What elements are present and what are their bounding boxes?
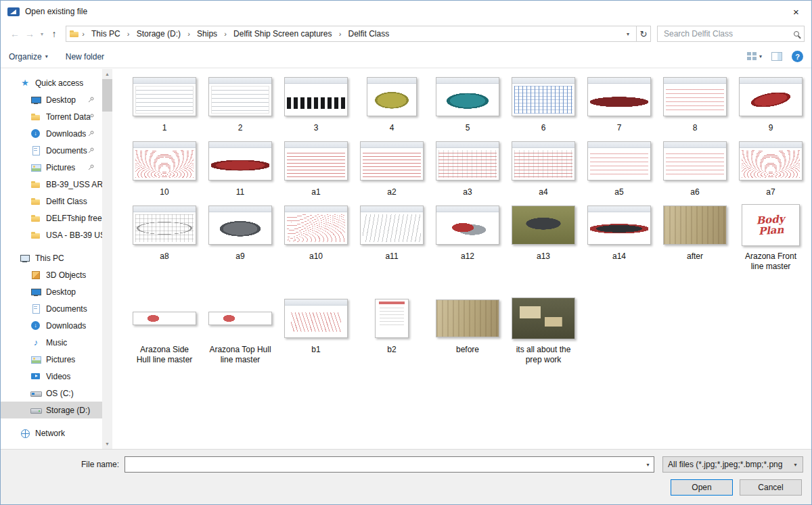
sidebar-section[interactable]: This PC: [1, 249, 102, 266]
file-thumbnail[interactable]: [587, 77, 651, 116]
sidebar-section[interactable]: Network: [1, 425, 102, 441]
sidebar-item[interactable]: ↓Downloads: [1, 317, 102, 334]
sidebar-item[interactable]: 3D Objects: [1, 266, 102, 283]
breadcrumb-item[interactable]: Delfit Class: [343, 26, 394, 41]
sidebar-item[interactable]: OS (C:): [1, 385, 102, 402]
cancel-button[interactable]: Cancel: [740, 479, 802, 496]
file-thumbnail[interactable]: [133, 141, 196, 181]
file-thumbnail[interactable]: [208, 206, 272, 245]
file-thumbnail[interactable]: [436, 77, 499, 116]
file-item[interactable]: 1: [127, 74, 202, 133]
chevron-down-icon[interactable]: ▾: [642, 462, 654, 468]
file-thumbnail[interactable]: [587, 141, 651, 181]
file-item[interactable]: a8: [127, 203, 202, 272]
file-name-input[interactable]: [125, 460, 642, 469]
file-item[interactable]: 7: [581, 74, 657, 133]
file-thumbnail[interactable]: [208, 312, 272, 325]
search-box[interactable]: [657, 26, 805, 42]
breadcrumb-item[interactable]: Storage (D:): [132, 26, 185, 41]
file-thumbnail[interactable]: [208, 77, 272, 116]
file-item[interactable]: its all about the prep work: [505, 296, 581, 365]
file-item[interactable]: before: [430, 296, 505, 365]
file-thumbnail[interactable]: [133, 206, 196, 245]
file-item[interactable]: Arazona Side Hull line master: [127, 296, 202, 365]
file-thumbnail[interactable]: [436, 206, 499, 245]
file-thumbnail[interactable]: [208, 141, 272, 181]
scroll-down-icon[interactable]: ▼: [102, 439, 112, 449]
file-item[interactable]: a12: [430, 203, 505, 272]
file-item[interactable]: a13: [505, 203, 581, 272]
address-dropdown-icon[interactable]: ▾: [623, 31, 633, 37]
scrollbar-thumb[interactable]: [102, 79, 112, 112]
file-thumbnail[interactable]: [663, 77, 727, 116]
file-thumbnail[interactable]: [436, 299, 499, 337]
file-thumbnail[interactable]: [436, 141, 499, 181]
file-thumbnail[interactable]: [512, 297, 575, 339]
file-item[interactable]: a3: [430, 139, 505, 197]
file-item[interactable]: a4: [505, 139, 581, 197]
up-button[interactable]: ↑: [47, 26, 62, 42]
file-item[interactable]: b1: [278, 296, 354, 365]
sidebar-item[interactable]: Storage (D:): [1, 402, 102, 418]
file-thumbnail[interactable]: [739, 77, 803, 116]
file-thumbnail[interactable]: [133, 77, 196, 116]
file-name-combobox[interactable]: ▾: [125, 456, 654, 473]
file-item[interactable]: 5: [430, 74, 505, 133]
file-thumbnail[interactable]: [284, 206, 348, 245]
sidebar-item[interactable]: Desktop: [1, 91, 102, 108]
file-item[interactable]: 2: [202, 74, 278, 133]
file-thumbnail[interactable]: [663, 206, 727, 245]
file-item[interactable]: a10: [278, 203, 354, 272]
file-item[interactable]: 11: [202, 139, 278, 197]
file-thumbnail[interactable]: [360, 141, 424, 181]
sidebar-item[interactable]: ↓Downloads: [1, 125, 102, 142]
file-thumbnail[interactable]: [739, 141, 803, 181]
file-item[interactable]: Body PlanArazona Front line master: [733, 203, 809, 272]
refresh-button[interactable]: ↻: [636, 26, 651, 42]
file-item[interactable]: 3: [278, 74, 354, 133]
breadcrumb-item[interactable]: Delfit Ship Screen captures: [229, 26, 336, 41]
file-item[interactable]: b2: [354, 296, 430, 365]
sidebar-item[interactable]: Documents: [1, 142, 102, 159]
file-thumbnail[interactable]: [284, 141, 348, 181]
file-thumbnail[interactable]: [512, 141, 575, 181]
file-item[interactable]: 6: [505, 74, 581, 133]
file-item[interactable]: a9: [202, 203, 278, 272]
file-thumbnail[interactable]: [587, 206, 651, 245]
back-button[interactable]: ←: [7, 26, 22, 42]
file-item[interactable]: after: [657, 203, 733, 272]
change-view-button[interactable]: ▾: [747, 52, 762, 61]
file-item[interactable]: a11: [354, 203, 430, 272]
file-item[interactable]: a7: [733, 139, 809, 197]
sidebar-item[interactable]: Pictures: [1, 351, 102, 368]
file-thumbnail[interactable]: [367, 77, 417, 116]
sidebar-section[interactable]: ★Quick access: [1, 74, 102, 91]
sidebar-item[interactable]: Delfit Class: [1, 193, 102, 210]
sidebar-item[interactable]: Videos: [1, 368, 102, 385]
file-thumbnail[interactable]: [512, 77, 575, 116]
breadcrumb-item[interactable]: Ships: [192, 26, 222, 41]
open-button[interactable]: Open: [671, 479, 733, 496]
file-thumbnail[interactable]: [375, 299, 409, 338]
file-item[interactable]: a14: [581, 203, 657, 272]
file-item[interactable]: 10: [127, 139, 202, 197]
file-item[interactable]: a1: [278, 139, 354, 197]
file-thumbnail[interactable]: [360, 206, 424, 245]
file-thumbnail[interactable]: [663, 141, 727, 181]
file-thumbnail[interactable]: Body Plan: [742, 204, 800, 246]
scroll-up-icon[interactable]: ▲: [102, 69, 112, 79]
forward-button[interactable]: →: [22, 26, 37, 42]
sidebar-item[interactable]: ♪Music: [1, 334, 102, 351]
search-input[interactable]: [662, 28, 791, 39]
breadcrumb-item[interactable]: This PC: [87, 26, 125, 41]
close-button[interactable]: ×: [781, 1, 811, 22]
sidebar-scrollbar[interactable]: ▲ ▼: [102, 69, 112, 449]
file-thumbnail[interactable]: [512, 206, 575, 245]
sidebar-item[interactable]: Documents: [1, 300, 102, 317]
file-item[interactable]: a5: [581, 139, 657, 197]
sidebar-item[interactable]: Pictures: [1, 159, 102, 176]
address-bar[interactable]: ›This PC›Storage (D:)›Ships›Delfit Ship …: [66, 26, 637, 42]
file-thumbnail[interactable]: [284, 299, 348, 338]
sidebar-item[interactable]: Torrent Data: [1, 108, 102, 125]
file-thumbnail[interactable]: [284, 77, 348, 116]
